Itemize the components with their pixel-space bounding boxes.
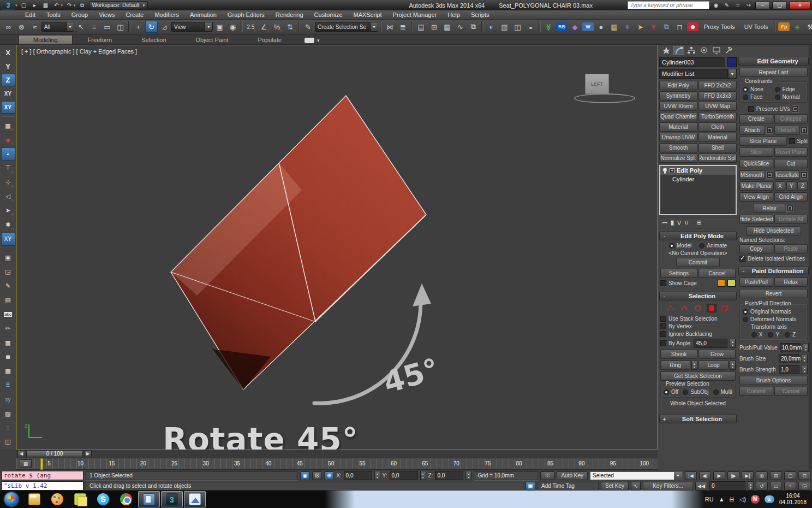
ribbon-display-icon[interactable] (304, 38, 314, 43)
z-spinner[interactable]: ▲▼ (465, 471, 471, 480)
menu-create[interactable]: Create (120, 10, 149, 19)
selection-filter-dropdown[interactable]: All▼ (41, 22, 74, 32)
maxscript-listener-red[interactable]: rotate $ (ang (2, 471, 83, 480)
modifier-button-normalize-spl-[interactable]: Normalize Spl. (659, 153, 697, 163)
clamp-plugin-icon[interactable]: ⊓ (673, 21, 686, 33)
restrict-y-button[interactable]: Y (1, 60, 15, 73)
reset-plane-button[interactable]: Reset Plane (774, 147, 808, 157)
proxy-tools-button[interactable]: Proxy Tools (700, 23, 739, 30)
viewport[interactable]: 45° Z [ + ] [ Orthographic ] [ Clay + Ed… (16, 45, 658, 450)
by-angle-row[interactable]: By Angle: 45,0 ▲▼ (660, 339, 736, 348)
edit-geometry-header[interactable]: -Edit Geometry (738, 57, 809, 66)
trees-plugin-icon[interactable]: ♣ (791, 21, 803, 33)
restrict-x-button[interactable]: X (1, 46, 15, 59)
relax-settings-icon[interactable] (786, 205, 793, 212)
commit-button[interactable]: Commit (676, 258, 720, 267)
tools-plugin-icon[interactable]: ⚒ (804, 21, 812, 33)
border-subobject-icon[interactable] (693, 304, 703, 312)
forestpack-icon[interactable]: ◆ (569, 21, 581, 33)
railclone-icon[interactable]: RB (556, 21, 568, 33)
language-indicator[interactable]: RU (705, 496, 714, 503)
brush-tool-icon[interactable]: ✏ (1, 322, 15, 335)
modifier-button-symmetry[interactable]: Symmetry (659, 91, 697, 101)
snap-xy-button[interactable]: XY∩ (1, 101, 15, 114)
spray-tool-icon[interactable]: ✎ (1, 280, 15, 293)
modifier-button-shell[interactable]: Shell (698, 143, 737, 152)
clock[interactable]: 16:04 04.01.2018 (779, 493, 807, 506)
pin-stack-icon[interactable]: ⊶ (661, 219, 667, 226)
reference-coordinate-dropdown[interactable]: View▼ (171, 22, 213, 32)
menu-customize[interactable]: Customize (309, 10, 348, 19)
tray-expand-icon[interactable]: ▲ (719, 496, 725, 503)
taskbar-explorer-icon[interactable] (23, 491, 45, 507)
render-setup-icon[interactable]: ▥ (498, 21, 511, 33)
restrict-xy-button[interactable]: XY (1, 87, 15, 100)
xy-tool-icon[interactable]: xy (1, 393, 15, 406)
slice-plane-button[interactable]: Slice Plane (739, 137, 787, 146)
time-tag-icon[interactable]: ▣ (526, 482, 535, 491)
soft-selection-header[interactable]: +Soft Selection (659, 415, 737, 423)
mediaget-tray-icon[interactable]: M (751, 495, 760, 504)
z-coordinate-field[interactable]: 0,0 (435, 471, 463, 480)
point-snap-icon[interactable]: ✱∩ (1, 218, 15, 232)
delete-isolated-vertices-row[interactable]: Delete Isolated Vertices (739, 256, 808, 262)
tab-utilities-icon[interactable] (723, 46, 735, 55)
menu-edit[interactable]: Edit (20, 10, 41, 19)
deformed-normals-radio[interactable]: Deformed Normals (743, 316, 804, 322)
relax-button[interactable]: Relax (754, 204, 785, 213)
absolute-mode-icon[interactable]: ⊕ (324, 471, 334, 480)
current-frame-marker[interactable] (40, 458, 43, 470)
ring-spinner[interactable]: ▲▼ (691, 361, 697, 370)
msmooth-button[interactable]: MSmooth (739, 170, 765, 180)
get-stack-selection-button[interactable]: Get Stack Selection (660, 371, 736, 381)
percent-snap-icon[interactable]: %∩ (271, 21, 283, 33)
grid-align-button[interactable]: Grid Align (774, 192, 808, 202)
modifier-list-arrow-icon[interactable]: ▼ (728, 69, 737, 79)
menu-group[interactable]: Group (66, 10, 94, 19)
select-object-icon[interactable]: ↖ (75, 21, 87, 33)
scene-explorer-icon[interactable]: ▤ (415, 21, 427, 33)
make-planar-button[interactable]: Make Planar (739, 181, 774, 191)
show-end-result-icon[interactable]: ▮ (671, 219, 674, 226)
isolate-selection-icon[interactable]: ◉ (300, 471, 310, 480)
restrict-z-button[interactable]: Z (1, 74, 15, 86)
sign-in-icon[interactable]: ✎ (723, 2, 731, 9)
camera-tool-icon[interactable]: ▣ (1, 251, 15, 264)
push-pull-value-spinner[interactable]: ▲▼ (803, 343, 809, 352)
timeline-ruler[interactable]: ▦ 51015202530354045505560657075808590951… (16, 458, 658, 470)
edit-selection-sets-icon[interactable]: ✎ (302, 21, 314, 33)
settings-button[interactable]: Settings (660, 269, 697, 278)
city-plugin-icon[interactable]: ▦ (608, 21, 620, 33)
cards-plugin-icon[interactable]: ⧉ (660, 21, 673, 33)
tab-motion-icon[interactable] (698, 46, 709, 55)
named-selection-sets-dropdown[interactable]: Create Selection Se▼ (315, 22, 378, 32)
panel-scrollbar[interactable] (809, 45, 812, 471)
unhide-all-button[interactable]: Unhide All (774, 215, 808, 224)
configure-modifier-sets-icon[interactable]: ⊞ (696, 219, 701, 226)
axis-z-radio[interactable]: Z (785, 332, 796, 338)
taskbar-notes-icon[interactable] (69, 491, 91, 507)
ribbon-toggle-icon[interactable]: ▦ (441, 21, 453, 33)
rendered-frame-icon[interactable]: ◫ (511, 21, 524, 33)
x-spinner[interactable]: ▲▼ (374, 471, 380, 480)
edge-subobject-icon[interactable] (679, 304, 689, 312)
previous-key-button[interactable]: ◀| (699, 471, 711, 480)
paint-commit-button[interactable]: Commit (739, 387, 773, 396)
auto-key-button[interactable]: Auto Key (557, 471, 588, 480)
preserve-uvs-settings-icon[interactable] (792, 105, 799, 113)
visibility-bulb-icon[interactable] (662, 168, 667, 174)
use-stack-selection-row[interactable]: Use Stack Selection (660, 316, 736, 322)
menu-modifiers[interactable]: Modifiers (149, 10, 184, 19)
taskbar-image-viewer-icon[interactable] (184, 491, 206, 507)
key-mode-curve-icon[interactable]: ∿ (631, 482, 641, 491)
save-file-icon[interactable]: ▦ (41, 2, 50, 9)
relax-paint-button[interactable]: Relax (774, 277, 808, 287)
workspace-dropdown[interactable]: Workspace: Default▾ (89, 1, 148, 9)
taskbar-panel-app-icon[interactable] (138, 491, 160, 507)
frame-spinner[interactable]: ▲▼ (748, 481, 754, 491)
cage-selected-color-swatch[interactable] (727, 280, 736, 287)
ribbon-config[interactable]: ▾ (304, 38, 320, 44)
selection-header[interactable]: -Selection (659, 292, 737, 300)
preserve-uvs-row[interactable]: Preserve UVs (739, 105, 808, 113)
select-and-manipulate-icon[interactable]: ◉ (226, 21, 239, 33)
